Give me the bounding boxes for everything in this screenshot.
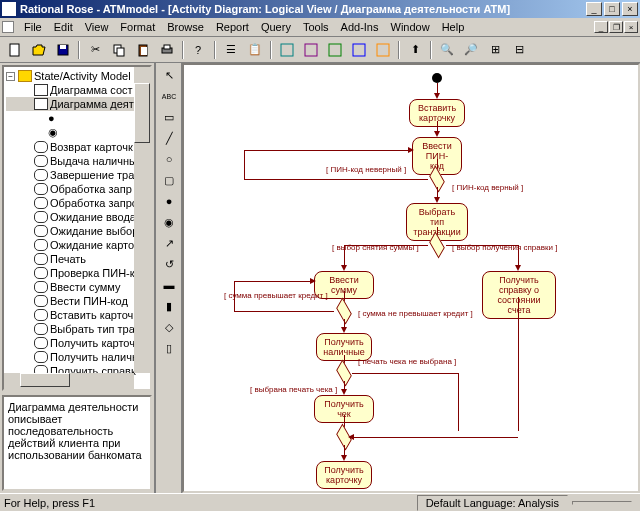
tree-item[interactable]: Обработка запр bbox=[6, 182, 148, 196]
vbar-tool[interactable]: ▮ bbox=[158, 296, 180, 316]
mdi-close[interactable]: × bbox=[624, 21, 638, 33]
start-node[interactable] bbox=[432, 73, 442, 83]
fit-button[interactable]: ⊞ bbox=[484, 39, 506, 61]
parent-button[interactable]: ⬆ bbox=[404, 39, 426, 61]
toolbar: ✂ ? ☰ 📋 ⬆ 🔍 🔎 ⊞ ⊟ bbox=[0, 37, 640, 63]
activity-get-balance[interactable]: Получить справку о состоянии счета bbox=[482, 271, 556, 319]
transition bbox=[244, 150, 245, 180]
menu-view[interactable]: View bbox=[79, 19, 115, 35]
activity-icon bbox=[34, 323, 48, 335]
diagram1-button[interactable] bbox=[276, 39, 298, 61]
guard-no-receipt: [ печать чека не выбрана ] bbox=[358, 357, 456, 366]
browse-tree-button[interactable]: ☰ bbox=[220, 39, 242, 61]
open-button[interactable] bbox=[28, 39, 50, 61]
cut-button[interactable]: ✂ bbox=[84, 39, 106, 61]
tree-browser[interactable]: − State/Activity Model Диаграмма сост Ди… bbox=[2, 65, 152, 391]
tree-item[interactable]: Возврат карточк bbox=[6, 140, 148, 154]
separator bbox=[270, 41, 272, 59]
tree-item[interactable]: Получить карточ bbox=[6, 336, 148, 350]
menu-tools[interactable]: Tools bbox=[297, 19, 335, 35]
tree-item[interactable]: Вставить карточ bbox=[6, 308, 148, 322]
activity-icon bbox=[34, 309, 48, 321]
activity-icon bbox=[34, 351, 48, 363]
menu-report[interactable]: Report bbox=[210, 19, 255, 35]
diagram3-button[interactable] bbox=[324, 39, 346, 61]
copy-button[interactable] bbox=[108, 39, 130, 61]
menu-query[interactable]: Query bbox=[255, 19, 297, 35]
swimlane-tool[interactable]: ▯ bbox=[158, 338, 180, 358]
tree-node[interactable]: ◉ bbox=[6, 125, 148, 140]
window-controls: _ □ × bbox=[586, 2, 638, 16]
tree-item[interactable]: Обработка запро bbox=[6, 196, 148, 210]
save-button[interactable] bbox=[52, 39, 74, 61]
menu-file[interactable]: File bbox=[18, 19, 48, 35]
tree-node[interactable]: ● bbox=[6, 111, 148, 125]
print-button[interactable] bbox=[156, 39, 178, 61]
menu-edit[interactable]: Edit bbox=[48, 19, 79, 35]
paste-button[interactable] bbox=[132, 39, 154, 61]
titlebar: Rational Rose - ATMmodel - [Activity Dia… bbox=[0, 0, 640, 18]
tree-root[interactable]: − State/Activity Model bbox=[6, 69, 148, 83]
zoom-in-button[interactable]: 🔍 bbox=[436, 39, 458, 61]
tree-item[interactable]: Печать bbox=[6, 252, 148, 266]
menu-browse[interactable]: Browse bbox=[161, 19, 210, 35]
tree-item-diagram-selected[interactable]: Диаграмма деят bbox=[6, 97, 148, 111]
note-tool[interactable]: ▭ bbox=[158, 107, 180, 127]
tree-item[interactable]: Получить наличн bbox=[6, 350, 148, 364]
minimize-button[interactable]: _ bbox=[586, 2, 602, 16]
arrowhead-icon bbox=[310, 278, 316, 284]
text-tool[interactable]: ABC bbox=[158, 86, 180, 106]
svg-rect-4 bbox=[117, 48, 124, 56]
new-button[interactable] bbox=[4, 39, 26, 61]
activity-get-card[interactable]: Получить карточку bbox=[316, 461, 372, 489]
tree-item[interactable]: Ввести сумму bbox=[6, 280, 148, 294]
tree-item-diagram[interactable]: Диаграмма сост bbox=[6, 83, 148, 97]
diagram4-button[interactable] bbox=[348, 39, 370, 61]
end-tool[interactable]: ◉ bbox=[158, 212, 180, 232]
transition bbox=[234, 311, 334, 312]
mdi-doc-icon[interactable] bbox=[2, 21, 14, 33]
menu-help[interactable]: Help bbox=[436, 19, 471, 35]
tree-item[interactable]: Ожидание выбор bbox=[6, 224, 148, 238]
tree-item[interactable]: Выдача наличны bbox=[6, 154, 148, 168]
tree-item[interactable]: Ожидание карто bbox=[6, 238, 148, 252]
tree-item[interactable]: Вести ПИН-код bbox=[6, 294, 148, 308]
tree: − State/Activity Model Диаграмма сост Ди… bbox=[4, 67, 150, 391]
self-transition-tool[interactable]: ↺ bbox=[158, 254, 180, 274]
menu-addins[interactable]: Add-Ins bbox=[335, 19, 385, 35]
tree-vscrollbar[interactable] bbox=[134, 67, 150, 373]
anchor-tool[interactable]: ╱ bbox=[158, 128, 180, 148]
diagram5-button[interactable] bbox=[372, 39, 394, 61]
transition-tool[interactable]: ↗ bbox=[158, 233, 180, 253]
start-tool[interactable]: ● bbox=[158, 191, 180, 211]
decision-tool[interactable]: ◇ bbox=[158, 317, 180, 337]
tree-item[interactable]: Завершение тра bbox=[6, 168, 148, 182]
svg-rect-14 bbox=[377, 44, 389, 56]
help-button[interactable]: ? bbox=[188, 39, 210, 61]
collapse-icon[interactable]: − bbox=[6, 72, 15, 81]
arrowhead-icon bbox=[408, 147, 414, 153]
activity-tool[interactable]: ▢ bbox=[158, 170, 180, 190]
doc-list-button[interactable]: 📋 bbox=[244, 39, 266, 61]
tree-item[interactable]: Выбрать тип тра bbox=[6, 322, 148, 336]
description-panel[interactable]: Диаграмма деятельности описывает последо… bbox=[2, 395, 152, 491]
menu-window[interactable]: Window bbox=[385, 19, 436, 35]
transition bbox=[344, 245, 428, 246]
diagram-canvas[interactable]: Вставить карточку Ввести ПИН-код [ ПИН-к… bbox=[182, 63, 640, 493]
close-button[interactable]: × bbox=[622, 2, 638, 16]
tree-item[interactable]: Проверка ПИН-к bbox=[6, 266, 148, 280]
maximize-button[interactable]: □ bbox=[604, 2, 620, 16]
menu-format[interactable]: Format bbox=[114, 19, 161, 35]
pointer-tool[interactable]: ↖ bbox=[158, 65, 180, 85]
transition bbox=[352, 373, 458, 374]
undo-fit-button[interactable]: ⊟ bbox=[508, 39, 530, 61]
mdi-minimize[interactable]: _ bbox=[594, 21, 608, 33]
zoom-out-button[interactable]: 🔎 bbox=[460, 39, 482, 61]
mdi-restore[interactable]: ❐ bbox=[609, 21, 623, 33]
activity-icon bbox=[34, 253, 48, 265]
diagram2-button[interactable] bbox=[300, 39, 322, 61]
tree-hscrollbar[interactable] bbox=[4, 373, 134, 389]
hbar-tool[interactable]: ▬ bbox=[158, 275, 180, 295]
state-tool[interactable]: ○ bbox=[158, 149, 180, 169]
tree-item[interactable]: Ожидание ввода bbox=[6, 210, 148, 224]
